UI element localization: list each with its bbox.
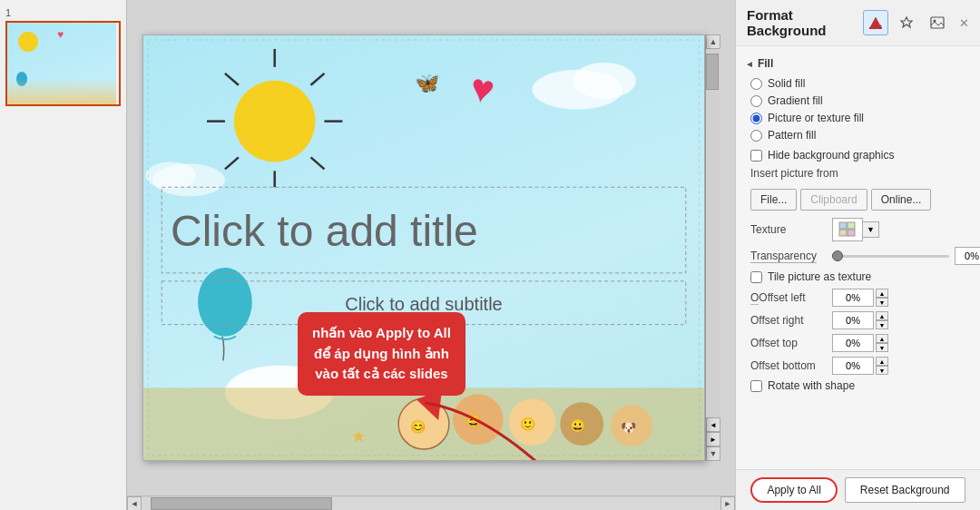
transparency-control: ▲ ▼ (832, 247, 980, 265)
offset-bottom-spin-down[interactable]: ▼ (876, 366, 888, 375)
format-background-panel: Format Background (735, 0, 980, 510)
pattern-fill-radio[interactable] (750, 130, 762, 142)
panel-title: Format Background (747, 7, 863, 38)
slide-canvas[interactable]: ♥ 🦋 (142, 34, 705, 461)
tab-fill-btn[interactable] (863, 10, 888, 35)
slide-title[interactable]: Click to add title (162, 188, 686, 274)
hscroll-thumb[interactable] (151, 497, 332, 510)
texture-row: Texture ▼ (750, 218, 971, 241)
offset-right-spinners: ▲ ▼ (876, 311, 888, 329)
svg-text:🦋: 🦋 (415, 71, 440, 95)
offset-bottom-input[interactable] (832, 357, 874, 375)
panel-footer: Apply to All Reset Background (736, 469, 980, 510)
offset-top-input[interactable] (832, 334, 874, 352)
clipboard-btn[interactable]: Clipboard (800, 189, 867, 211)
offset-left-spin-down[interactable]: ▼ (876, 298, 888, 307)
svg-text:★: ★ (351, 427, 366, 446)
offset-bottom-label: Offset bottom (750, 359, 832, 372)
gradient-fill-option[interactable]: Gradient fill (750, 94, 971, 107)
svg-rect-39 (839, 230, 847, 236)
slide-thumbnail[interactable]: ♥ (5, 21, 121, 106)
slide-scroll-col: ♥ 🦋 (127, 0, 735, 510)
hide-bg-checkbox[interactable] (750, 150, 762, 162)
offset-right-spin-up[interactable]: ▲ (876, 311, 888, 320)
tab-image-btn[interactable] (925, 10, 950, 35)
texture-dropdown-arrow[interactable]: ▼ (862, 221, 879, 238)
offset-top-row: Offset top ▲ ▼ (750, 334, 971, 352)
svg-point-24 (509, 398, 556, 446)
svg-rect-38 (848, 222, 855, 229)
transparency-label: Transparency (750, 250, 832, 262)
gradient-fill-radio[interactable] (750, 95, 762, 107)
offset-bottom-spin-up[interactable]: ▲ (876, 357, 888, 366)
solid-fill-radio[interactable] (750, 78, 762, 90)
offset-left-input[interactable] (832, 289, 874, 307)
hscroll-track (142, 497, 720, 510)
svg-point-22 (453, 394, 504, 445)
texture-value: ▼ (832, 218, 971, 241)
svg-text:😀: 😀 (570, 418, 586, 434)
nav-prev-btn[interactable]: ◄ (706, 417, 720, 432)
pattern-fill-option[interactable]: Pattern fill (750, 129, 971, 142)
fill-section-header[interactable]: ◄ Fill (736, 54, 980, 74)
panel-content: ◄ Fill Solid fill Gradient fill Picture … (736, 46, 980, 469)
rotate-option[interactable]: Rotate with shape (750, 379, 971, 392)
insert-from-label: Insert picture from (750, 167, 838, 180)
file-btn[interactable]: File... (750, 189, 797, 211)
hide-bg-option[interactable]: Hide background graphics (750, 149, 971, 162)
panel-close-btn[interactable]: ✕ (959, 16, 969, 30)
texture-label: Texture (750, 223, 832, 236)
svg-rect-37 (839, 222, 847, 229)
rotate-label: Rotate with shape (768, 379, 855, 392)
texture-picker-btn[interactable] (832, 218, 863, 241)
svg-point-28 (611, 405, 652, 446)
picture-fill-option[interactable]: Picture or texture fill (750, 112, 971, 124)
offset-bottom-spinners: ▲ ▼ (876, 357, 888, 375)
offset-left-spinners: ▲ ▼ (876, 289, 888, 307)
apply-all-btn[interactable]: Apply to All (750, 477, 837, 503)
offset-top-label: Offset top (750, 337, 832, 349)
scroll-right-btn[interactable]: ► (720, 496, 735, 511)
scroll-thumb-v[interactable] (706, 54, 719, 90)
thumb-canvas: ♥ (7, 23, 116, 104)
thumb-heart: ♥ (57, 28, 64, 41)
svg-rect-35 (931, 17, 944, 28)
tile-label: Tile picture as texture (768, 270, 871, 283)
tab-effects-btn[interactable] (894, 10, 919, 35)
annotation-tooltip: nhấn vào Apply to All để áp dụng hình ản… (298, 312, 466, 396)
reset-background-btn[interactable]: Reset Background (845, 477, 965, 503)
svg-point-11 (532, 70, 622, 110)
transparency-input[interactable] (955, 247, 980, 265)
scroll-left-btn[interactable]: ◄ (127, 496, 142, 511)
fill-section-body: Solid fill Gradient fill Picture or text… (736, 74, 980, 405)
collapse-icon: ◄ (745, 59, 754, 69)
slide-canvas-wrapper: ♥ 🦋 (127, 0, 735, 495)
online-btn[interactable]: Online... (871, 189, 932, 211)
offset-right-input[interactable] (832, 311, 874, 329)
bottom-scrollbar: ◄ ► (127, 495, 735, 510)
scroll-down-btn[interactable]: ▼ (706, 446, 720, 461)
offset-top-spin-up[interactable]: ▲ (876, 334, 888, 343)
slide-number: 1 (5, 7, 121, 18)
pattern-fill-label: Pattern fill (768, 129, 816, 142)
transparency-slider[interactable] (832, 255, 949, 258)
tooltip-line2: để áp dụng hình ảnh (312, 344, 451, 365)
svg-point-0 (234, 81, 316, 162)
tile-option[interactable]: Tile picture as texture (750, 270, 971, 283)
svg-point-12 (573, 63, 636, 99)
offset-right-label: Offset right (750, 314, 832, 327)
tooltip-line1: nhấn vào Apply to All (312, 323, 451, 344)
scroll-up-btn[interactable]: ▲ (706, 34, 720, 49)
tooltip-tail (416, 389, 451, 424)
offset-left-spin-up[interactable]: ▲ (876, 289, 888, 298)
offset-top-spin-down[interactable]: ▼ (876, 343, 888, 352)
offset-top-spinners: ▲ ▼ (876, 334, 888, 352)
svg-point-14 (145, 162, 196, 189)
rotate-checkbox[interactable] (750, 380, 762, 392)
offset-right-spin-down[interactable]: ▼ (876, 320, 888, 329)
tile-checkbox[interactable] (750, 271, 762, 283)
fill-section-label: Fill (758, 57, 773, 70)
picture-fill-radio[interactable] (750, 113, 762, 124)
nav-next-btn[interactable]: ► (706, 432, 720, 446)
solid-fill-option[interactable]: Solid fill (750, 77, 971, 90)
